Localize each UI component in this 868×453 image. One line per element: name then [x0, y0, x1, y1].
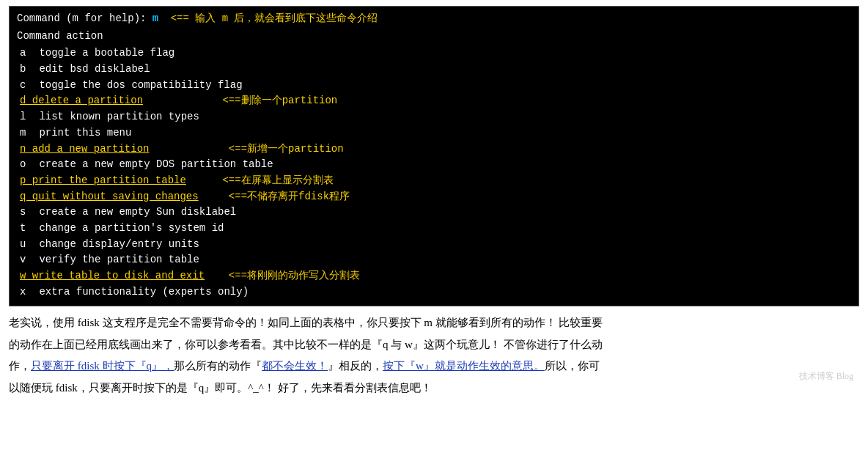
cmd-line-l: l list known partition types	[17, 109, 851, 125]
cmd-annotation-p: <==在屏幕上显示分割表	[204, 174, 333, 186]
cmd-line-x: x extra functionality (experts only)	[17, 284, 851, 301]
cmd-line-d: d delete a partition <==删除一个partition	[17, 93, 851, 109]
cmd-key-c: c	[20, 78, 33, 94]
cmd-key-l: l	[20, 109, 33, 125]
cmd-key-a: a	[20, 45, 33, 62]
cmd-line-t: t change a partition's system id	[17, 221, 851, 237]
cmd-desc-c: toggle the dos compatibility flag	[39, 79, 242, 91]
cmd-desc-m: print this menu	[39, 127, 131, 139]
cmd-line-c: c toggle the dos compatibility flag	[17, 78, 851, 94]
cmd-line-u: u change display/entry units	[17, 237, 851, 253]
desc-link-q[interactable]: 只要离开 fdisk 时按下『q』，	[31, 360, 174, 372]
header-annotation: <== 输入 m 后，就会看到底下这些命令介绍	[171, 12, 378, 24]
cmd-key-p[interactable]: p print the partition table	[20, 174, 186, 186]
cmd-key-w[interactable]: w write table to disk and exit	[20, 270, 205, 281]
description-block: 老实说，使用 fdisk 这支程序是完全不需要背命令的！如同上面的表格中，你只要…	[9, 314, 859, 397]
cmd-desc-a: toggle a bootable flag	[39, 47, 174, 59]
cmd-key-n[interactable]: n add a new partition	[20, 143, 149, 155]
prompt-input: m	[152, 12, 158, 24]
cmd-annotation-n: <==新增一个partition	[167, 143, 344, 155]
cmd-desc-x: extra functionality (experts only)	[39, 286, 249, 298]
cmd-line-q: q quit without saving changes <==不储存离开fd…	[17, 189, 851, 205]
desc-line4: 以随便玩 fdisk，只要离开时按下的是『q』即可。^_^！ 好了，先来看看分割…	[9, 379, 859, 398]
cmd-line-n: n add a new partition <==新增一个partition	[17, 141, 851, 158]
cmd-desc-l: list known partition types	[39, 111, 199, 122]
desc-line2: 的动作在上面已经用底线画出来了，你可以参考看看。其中比较不一样的是『q 与 w』…	[9, 336, 859, 355]
cmd-annotation-q: <==不储存离开fdisk程序	[216, 191, 350, 202]
desc-line3: 作，只要离开 fdisk 时按下『q』，那么所有的动作『都不会生效！』相反的，按…	[9, 357, 859, 376]
cmd-desc-s: create a new empty Sun disklabel	[39, 206, 236, 218]
cmd-annotation-d: <==删除一个partition	[161, 95, 337, 106]
cmd-key-s: s	[20, 205, 33, 221]
cmd-desc-u: change display/entry units	[39, 238, 199, 250]
cmd-desc-b: edit bsd disklabel	[39, 63, 150, 75]
cmd-line-p: p print the partition table <==在屏幕上显示分割表	[17, 173, 851, 189]
cmd-line-s: s create a new empty Sun disklabel	[17, 205, 851, 221]
cmd-key-q[interactable]: q quit without saving changes	[20, 191, 199, 202]
cmd-key-m: m	[20, 125, 33, 141]
desc-line1: 老实说，使用 fdisk 这支程序是完全不需要背命令的！如同上面的表格中，你只要…	[9, 314, 859, 333]
cmd-line-a: a toggle a bootable flag	[17, 45, 851, 62]
cmd-line-o: o create a new empty DOS partition table	[17, 157, 851, 173]
terminal-box: Command (m for help): m <== 输入 m 后，就会看到底…	[9, 6, 859, 306]
cmd-key-x: x	[20, 284, 33, 301]
cmd-desc-t: change a partition's system id	[39, 222, 224, 234]
desc-link-noeffect[interactable]: 都不会生效！	[262, 360, 328, 372]
cmd-line-b: b edit bsd disklabel	[17, 62, 851, 78]
prompt-label: Command (m for help):	[17, 12, 146, 24]
desc-link-w[interactable]: 按下『w』就是动作生效的意思。	[383, 360, 545, 372]
cmd-line-v: v verify the partition table	[17, 252, 851, 268]
cmd-line-w: w write table to disk and exit <==将刚刚的动作…	[17, 268, 851, 284]
cmd-key-t: t	[20, 221, 33, 237]
cmd-desc-o: create a new empty DOS partition table	[39, 158, 273, 170]
cmd-line-m: m print this menu	[17, 125, 851, 141]
watermark: 技术博客 Blog	[799, 370, 853, 383]
terminal-header: Command (m for help): m <== 输入 m 后，就会看到底…	[17, 11, 851, 27]
cmd-key-o: o	[20, 157, 33, 173]
cmd-desc-v: verify the partition table	[39, 254, 199, 265]
section-title: Command action	[17, 29, 851, 45]
cmd-key-v: v	[20, 252, 33, 268]
cmd-key-d[interactable]: d delete a partition	[20, 95, 143, 106]
page-wrapper: Command (m for help): m <== 输入 m 后，就会看到底…	[0, 6, 868, 397]
cmd-annotation-w: <==将刚刚的动作写入分割表	[222, 270, 360, 281]
cmd-key-b: b	[20, 62, 33, 78]
cmd-key-u: u	[20, 237, 33, 253]
